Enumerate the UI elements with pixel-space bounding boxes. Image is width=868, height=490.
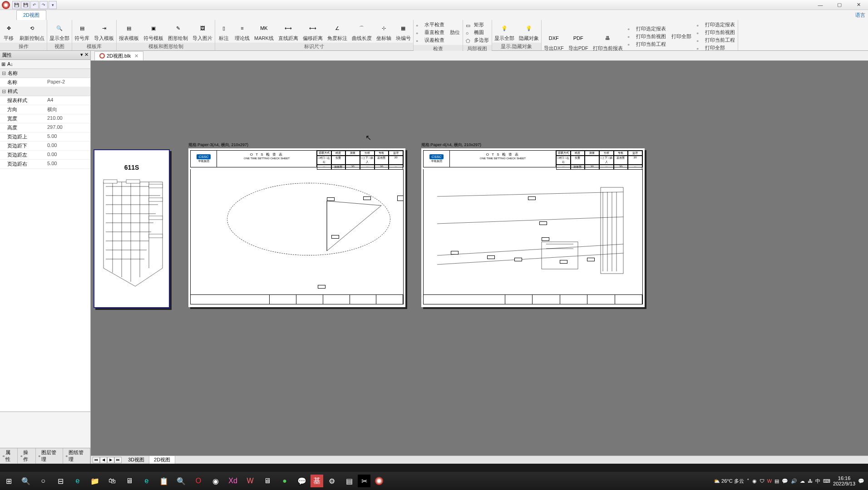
prop-value[interactable]: 5.00 — [45, 132, 90, 141]
start-button[interactable]: ⊞ — [0, 472, 17, 490]
prop-tab-2[interactable]: ▫图层管理 — [36, 448, 63, 464]
qat-redo[interactable]: ↷ — [39, 1, 48, 9]
notifications-icon[interactable]: 💬 — [858, 478, 864, 484]
volume-icon[interactable]: 🔊 — [791, 478, 797, 484]
prop-sort-icon[interactable]: A↓ — [7, 61, 13, 67]
prop-tab-3[interactable]: ▫图纸管理 — [63, 448, 90, 464]
tray-icon[interactable]: ◉ — [752, 478, 757, 484]
doc-tab-close-icon[interactable]: ✕ — [134, 53, 138, 59]
prop-value[interactable]: 0.00 — [45, 151, 90, 159]
weather-widget[interactable]: ⛅ 26°C 多云 — [714, 478, 744, 485]
print-view-button[interactable]: ▫打印当前视图 — [628, 33, 666, 40]
window-maximize[interactable]: ▢ — [830, 0, 849, 10]
prop-row[interactable]: 名称Paper-2 — [0, 78, 90, 87]
symbol-lib-button[interactable]: ▤符号库 — [72, 20, 92, 43]
window-minimize[interactable]: — — [811, 0, 830, 10]
sheet-paper2[interactable]: 611S — [94, 149, 170, 308]
ie-icon[interactable]: e — [138, 472, 155, 490]
h-dist-button[interactable]: ⟷直线距离 — [276, 20, 301, 43]
offset-dist-button[interactable]: ⟷偏移距离 — [301, 20, 325, 43]
tray-icon[interactable]: ☁ — [800, 478, 805, 484]
sheet-paper3[interactable]: 规格:Paper-3(A4, 横向, 210x297) CSSC 中船集团 O … — [188, 148, 405, 307]
qat-more[interactable]: ▾ — [49, 1, 57, 9]
wps-icon[interactable]: W — [242, 472, 259, 490]
nav-button[interactable]: ◀ — [100, 457, 107, 463]
search-button[interactable]: 🔍 — [17, 472, 35, 490]
prop-cat-icon[interactable]: ⊞ — [1, 61, 5, 67]
import-img-button[interactable]: 🖼导入图片 — [190, 20, 215, 43]
tray-icon[interactable]: 💬 — [782, 478, 788, 484]
prop-row[interactable]: 高度297.00 — [0, 123, 90, 132]
ellipse-button[interactable]: ○椭圆 — [466, 29, 489, 36]
prop-value[interactable]: 210.00 — [45, 114, 90, 123]
sheet-paper4[interactable]: 规格:Paper-4(A4, 横向, 210x297) CSSC 中船集团 O … — [421, 148, 645, 307]
pan-button[interactable]: ✥平移 — [0, 20, 17, 43]
tray-icon[interactable]: W — [767, 478, 772, 484]
search2-icon[interactable]: 🔍 — [173, 472, 190, 490]
taskview-button[interactable]: ⊟ — [52, 472, 69, 490]
network-icon[interactable]: 🖧 — [808, 478, 813, 484]
current-app-icon[interactable] — [370, 472, 388, 490]
print-report-button[interactable]: 🖶打印当前报表 — [591, 20, 625, 53]
xd-icon[interactable]: Xd — [224, 472, 242, 490]
v-check-button[interactable]: ▫垂直检查 — [416, 29, 444, 36]
nav-button[interactable]: ▶ — [107, 457, 114, 463]
curve-len-button[interactable]: ⌒曲线长度 — [350, 20, 374, 43]
prop-value[interactable]: 5.00 — [45, 160, 90, 168]
clock[interactable]: 16:16 2022/9/13 — [833, 475, 855, 486]
app-icon[interactable]: ▤ — [340, 472, 358, 490]
mark-line-button[interactable]: MKMARK线 — [252, 20, 276, 43]
show-all-button[interactable]: 🔍显示全部 — [47, 20, 72, 43]
axis-button[interactable]: ⊹坐标轴 — [374, 20, 394, 43]
tray-icon[interactable]: ▤ — [774, 478, 779, 484]
ime-icon[interactable]: 中 — [815, 478, 820, 485]
h-check-button[interactable]: ▫水平检查 — [416, 21, 444, 29]
settings-icon[interactable]: ⚙ — [323, 472, 340, 490]
edge-icon[interactable]: e — [69, 472, 86, 490]
opera-icon[interactable]: O — [190, 472, 207, 490]
prop-row[interactable]: 页边距左0.00 — [0, 151, 90, 160]
angle-button[interactable]: ∠角度标注 — [325, 20, 350, 43]
properties-close-icon[interactable]: ▾ ✕ — [80, 52, 89, 59]
prop-row[interactable]: 页边距上5.00 — [0, 132, 90, 142]
nav-button[interactable]: ⏮ — [93, 457, 100, 463]
show-all2-button[interactable]: 💡显示全部 — [492, 20, 517, 43]
prop-row[interactable]: 页边距下0.00 — [0, 142, 90, 151]
extra-button[interactable]: 肋位 — [450, 29, 460, 36]
print-sel-button[interactable]: ▫打印选定报表 — [697, 21, 735, 29]
symbol-tpl-button[interactable]: ▣符号模板 — [141, 20, 166, 43]
export-pdf-button[interactable]: PDF导出PDF — [566, 20, 591, 53]
cortana-button[interactable]: ○ — [35, 472, 52, 490]
ribbon-tab-2dview[interactable]: 2D视图 — [16, 10, 46, 20]
prop-row[interactable]: 页边距右5.00 — [0, 160, 90, 169]
err-check-button[interactable]: ▫误差检查 — [416, 36, 444, 44]
canvas[interactable]: ↖ 611S — [91, 61, 868, 456]
explorer-icon[interactable]: 📁 — [86, 472, 104, 490]
print-proj-button[interactable]: ▫打印当前工程 — [697, 36, 735, 44]
prop-category[interactable]: 样式 — [0, 87, 90, 96]
prop-category[interactable]: 名称 — [0, 69, 90, 78]
hide-obj-button[interactable]: 💡隐藏对象 — [517, 20, 541, 43]
prop-value[interactable]: Paper-2 — [45, 78, 90, 87]
document-tab-2dview[interactable]: 2D视图.blk ✕ — [94, 51, 143, 60]
capcut-icon[interactable]: ✂ — [358, 475, 370, 487]
nav-button[interactable]: ⏭ — [114, 457, 122, 463]
rect-button[interactable]: ▭矩形 — [466, 21, 489, 29]
prop-tab-0[interactable]: ▫属性 — [0, 448, 18, 464]
prop-value[interactable]: 横向 — [45, 105, 90, 114]
app-icon[interactable]: ● — [276, 472, 293, 490]
app-icon[interactable]: 🖥 — [121, 472, 138, 490]
qat-save[interactable]: 💾 — [12, 1, 20, 9]
print-view-button[interactable]: ▫打印当前视图 — [697, 29, 735, 36]
language-link[interactable]: 语言 — [855, 12, 865, 19]
draw-shape-button[interactable]: ✎图形绘制 — [166, 20, 190, 43]
import-tpl-button[interactable]: ⇥导入模板 — [92, 20, 116, 43]
annotate-button[interactable]: ▯标注 — [215, 20, 232, 43]
print-sel-button[interactable]: ▫打印选定报表 — [628, 25, 666, 33]
store-icon[interactable]: 🛍 — [104, 472, 121, 490]
prop-row[interactable]: 方向横向 — [0, 105, 90, 114]
wechat-icon[interactable]: 💬 — [293, 472, 311, 490]
report-tpl-button[interactable]: ▤报表模板 — [117, 20, 141, 43]
theory-line-button[interactable]: ≡理论线 — [232, 20, 252, 43]
tray-chevron-icon[interactable]: ˄ — [747, 478, 750, 484]
